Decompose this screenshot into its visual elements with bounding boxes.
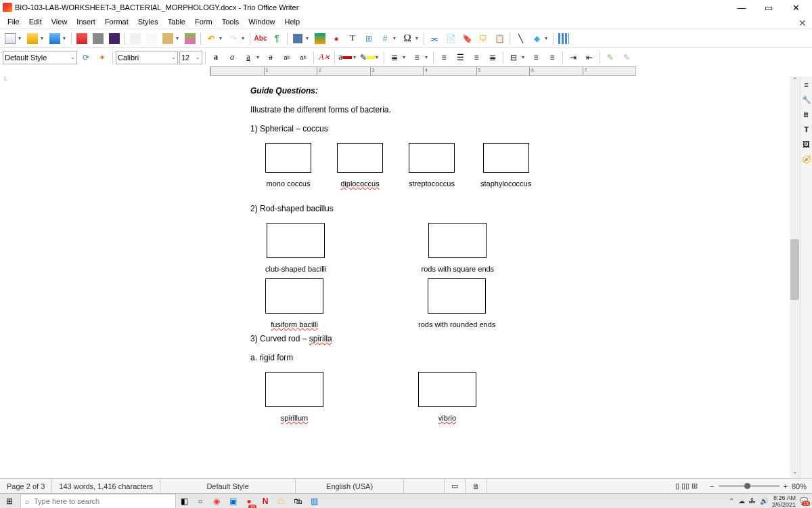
align-justify-button[interactable]: ≣ bbox=[485, 50, 500, 65]
formatting-marks-button[interactable]: ¶ bbox=[269, 31, 284, 46]
menu-bar: File Edit View Insert Format Styles Tabl… bbox=[0, 15, 812, 28]
insert-chart-button[interactable]: ● bbox=[329, 31, 344, 46]
new-button[interactable] bbox=[3, 31, 18, 46]
insert-textbox-button[interactable]: T bbox=[345, 31, 360, 46]
cut-button[interactable] bbox=[128, 31, 143, 46]
redo-dropdown[interactable]: ▾ bbox=[242, 35, 247, 41]
paste-dropdown[interactable]: ▾ bbox=[176, 35, 181, 41]
bold-button[interactable]: a bbox=[208, 50, 223, 65]
superscript-button[interactable]: ab bbox=[279, 50, 294, 65]
copy-button[interactable] bbox=[144, 31, 159, 46]
paragraph-spacing-button[interactable]: ≡ bbox=[545, 50, 560, 65]
update-style-button[interactable]: ⟳ bbox=[78, 50, 93, 65]
increase-indent-button[interactable]: ⇥ bbox=[566, 50, 581, 65]
redo-button[interactable]: ↷ bbox=[226, 31, 241, 46]
horizontal-ruler[interactable]: 1 2 3 4 5 6 7 bbox=[210, 66, 636, 76]
track-changes-button[interactable]: 📋 bbox=[492, 31, 507, 46]
insert-hyperlink-button[interactable]: ⫘ bbox=[427, 31, 442, 46]
show-draw-functions-button[interactable] bbox=[556, 31, 571, 46]
maximize-button[interactable]: ▭ bbox=[755, 0, 782, 15]
minimize-button[interactable]: — bbox=[728, 0, 755, 15]
vertical-ruler[interactable]: └ bbox=[0, 77, 9, 77]
close-document-button[interactable]: ✕ bbox=[798, 18, 807, 28]
menu-help[interactable]: Help bbox=[279, 16, 304, 27]
menu-insert[interactable]: Insert bbox=[72, 16, 100, 27]
sidebar-panel: ≡ 🔧 🗎 T 🖼 🧭 bbox=[800, 77, 812, 77]
underline-button[interactable]: a bbox=[241, 50, 256, 65]
font-size-combo[interactable]: 12⌄ bbox=[179, 51, 202, 64]
menu-view[interactable]: View bbox=[47, 16, 72, 27]
paste-button[interactable] bbox=[160, 31, 175, 46]
menu-tools[interactable]: Tools bbox=[217, 16, 244, 27]
document-workspace: └ Guide Questions: Illustrate the differ… bbox=[0, 77, 800, 77]
formatting-toolbar: Default Style⌄ ⟳ ✦ Calibri⌄ 12⌄ a a a▾ a… bbox=[0, 47, 812, 66]
save-dropdown[interactable]: ▾ bbox=[63, 35, 68, 41]
menu-window[interactable]: Window bbox=[244, 16, 279, 27]
window-titlebar: BIO-103-LAB-WORKSHEET-3_BACTERIAL_MORPHO… bbox=[0, 0, 812, 15]
menu-form[interactable]: Form bbox=[190, 16, 217, 27]
standard-toolbar: ▾ ▾ ▾ ▾ ↶▾ ↷▾ Abc ¶ ▾ ● T ⊞ #▾ Ω▾ ⫘ 📄 🔖 … bbox=[0, 28, 812, 47]
menu-edit[interactable]: Edit bbox=[24, 16, 47, 27]
menu-file[interactable]: File bbox=[3, 16, 24, 27]
decrease-indent-button[interactable]: ⇤ bbox=[582, 50, 597, 65]
app-icon bbox=[3, 3, 12, 12]
insert-special-char-button[interactable]: Ω bbox=[400, 31, 415, 46]
eraser-tool-button[interactable]: ✎ bbox=[619, 50, 634, 65]
align-center-button[interactable]: ☰ bbox=[453, 50, 468, 65]
undo-button[interactable]: ↶ bbox=[204, 31, 219, 46]
print-preview-button[interactable] bbox=[107, 31, 122, 46]
outline-button[interactable]: ⊟ bbox=[506, 50, 521, 65]
line-spacing-button[interactable]: ≡ bbox=[528, 50, 543, 65]
subscript-button[interactable]: ab bbox=[296, 50, 311, 65]
window-title: BIO-103-LAB-WORKSHEET-3_BACTERIAL_MORPHO… bbox=[15, 3, 728, 12]
document-page[interactable]: Guide Questions: Illustrate the differen… bbox=[210, 77, 636, 77]
vertical-scrollbar[interactable]: ⌃ ⌄ bbox=[790, 77, 800, 77]
clear-formatting-button[interactable]: A✕ bbox=[317, 50, 332, 65]
paragraph-style-combo[interactable]: Default Style⌄ bbox=[3, 51, 77, 64]
menu-styles[interactable]: Styles bbox=[133, 16, 163, 27]
spellcheck-button[interactable]: Abc bbox=[253, 31, 268, 46]
basic-shapes-button[interactable]: ◆ bbox=[529, 31, 544, 46]
horizontal-ruler-area: 1 2 3 4 5 6 7 bbox=[0, 66, 812, 77]
align-right-button[interactable]: ≡ bbox=[469, 50, 484, 65]
insert-bookmark-button[interactable]: 🔖 bbox=[459, 31, 474, 46]
undo-dropdown[interactable]: ▾ bbox=[219, 35, 225, 41]
menu-table[interactable]: Table bbox=[163, 16, 190, 27]
scroll-up-button[interactable]: ⌃ bbox=[790, 77, 800, 77]
open-dropdown[interactable]: ▾ bbox=[41, 35, 46, 41]
insert-image-button[interactable] bbox=[313, 31, 328, 46]
clone-formatting-button[interactable] bbox=[183, 31, 198, 46]
insert-line-button[interactable]: ╲ bbox=[513, 31, 528, 46]
highlight-button[interactable]: ✎ bbox=[360, 50, 375, 65]
open-button[interactable] bbox=[25, 31, 40, 46]
save-button[interactable] bbox=[47, 31, 62, 46]
insert-table-button[interactable] bbox=[290, 31, 305, 46]
align-left-button[interactable]: ≡ bbox=[436, 50, 451, 65]
strikethrough-button[interactable]: a bbox=[263, 50, 278, 65]
highlighting-tool-button[interactable]: ✎ bbox=[603, 50, 618, 65]
italic-button[interactable]: a bbox=[225, 50, 240, 65]
table-dropdown[interactable]: ▾ bbox=[306, 35, 311, 41]
insert-footnote-button[interactable]: 📄 bbox=[443, 31, 458, 46]
close-button[interactable]: ✕ bbox=[782, 0, 809, 15]
print-button[interactable] bbox=[91, 31, 106, 46]
insert-page-break-button[interactable]: ⊞ bbox=[361, 31, 376, 46]
bullets-button[interactable]: ≣ bbox=[387, 50, 402, 65]
font-color-button[interactable]: a bbox=[338, 50, 353, 65]
new-style-button[interactable]: ✦ bbox=[95, 50, 110, 65]
insert-comment-button[interactable]: 🗨 bbox=[476, 31, 491, 46]
numbering-button[interactable]: ≡ bbox=[409, 50, 424, 65]
export-pdf-button[interactable] bbox=[74, 31, 89, 46]
menu-format[interactable]: Format bbox=[100, 16, 133, 27]
insert-field-button[interactable]: # bbox=[378, 31, 392, 46]
font-name-combo[interactable]: Calibri⌄ bbox=[116, 51, 178, 64]
new-dropdown[interactable]: ▾ bbox=[18, 35, 24, 41]
